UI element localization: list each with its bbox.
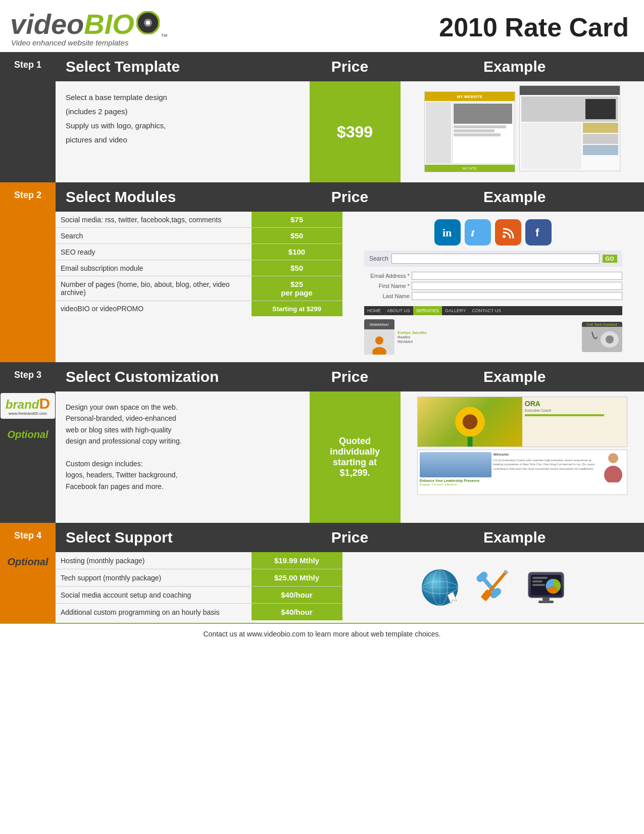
step3-section: Step 3 brandD www.thebrandID.com Optiona…: [0, 362, 644, 523]
svg-point-8: [372, 347, 386, 355]
logo-tagline: Video enhanced website templates: [11, 38, 168, 47]
table-row: SEO ready $100: [56, 244, 342, 260]
ora-divider: [525, 414, 605, 416]
step1-body-row: Select a base template design (includes …: [56, 81, 644, 182]
step3-desc-p1-l3: web or blog sites with high-quality: [66, 424, 300, 435]
go-button[interactable]: GO: [603, 255, 617, 263]
step3-price-text: Quoted individually starting at $1,299.: [330, 436, 380, 478]
step2-section: Step 2 Select Modules Price Example Soci…: [0, 182, 644, 362]
logo-video: video: [10, 8, 84, 40]
step3-example: ORA Executive Coach Enhance Your Leaders…: [401, 391, 645, 523]
step3-body-row: Design your own space on the web. Person…: [56, 391, 644, 523]
support-desc-2: Tech support (monthly package): [56, 569, 252, 586]
svg-text:f: f: [535, 226, 539, 239]
module-desc-4: Email subscription module: [56, 260, 252, 276]
globe-svg: [420, 567, 460, 608]
support-icons-row: [350, 560, 637, 615]
step3-price-line3: starting at: [330, 457, 380, 468]
step1-example: MY WEBSITE MY SITE: [401, 81, 645, 182]
nav-gallery: GALLERY: [442, 306, 469, 315]
step3-price-line1: Quoted: [330, 436, 380, 447]
mockup-title-1: MY WEBSITE: [457, 94, 482, 99]
support-desc-4: Additional custom programming on an hour…: [56, 604, 252, 621]
step3-price-line4: $1,299.: [330, 468, 380, 478]
brand-text: brand: [6, 398, 39, 411]
step3-col-price: Price: [305, 368, 395, 385]
ora-subtitle: Executive Coach: [525, 409, 624, 412]
step2-example: in 𝒕: [342, 212, 645, 362]
svg-point-12: [462, 414, 477, 429]
step1-desc-line2: (includes 2 pages): [66, 106, 300, 118]
email-field-row: Email Address *: [364, 272, 622, 280]
ps-sub: Engage. Connect. Influence: [420, 483, 491, 487]
step3-label-col: Step 3 brandD www.thebrandID.com Optiona…: [0, 362, 56, 523]
svg-rect-33: [542, 598, 550, 601]
brand-d-logo: brandD www.thebrandID.com: [1, 385, 55, 419]
sunflower-img: [418, 397, 522, 447]
svg-point-10: [606, 335, 614, 344]
support-price-2: $25.00 Mthly: [252, 569, 342, 586]
tools-icon-area: [470, 565, 516, 610]
brand-d-sub: www.thebrandID.com: [6, 411, 50, 416]
logo-area: video BIO ™ Video enhanced website templ…: [10, 8, 168, 47]
step3-desc-p2-l3: Facebook fan pages and more.: [66, 481, 300, 492]
email-label: Email Address *: [364, 273, 410, 279]
table-row: Social media: rss, twitter, facebook,tag…: [56, 212, 342, 228]
person-photo: [602, 452, 625, 493]
ps-welcome: Welcome: [493, 452, 600, 457]
table-row: Email subscription module $50: [56, 260, 342, 276]
table-row: Social media account setup and coaching …: [56, 586, 342, 604]
logo-bio: BIO: [84, 8, 134, 40]
brand-d-text: brandD: [6, 396, 50, 411]
rate-card-title: 2010 Rate Card: [439, 12, 629, 42]
svg-point-15: [604, 466, 622, 482]
svg-text:𝒕: 𝒕: [471, 227, 475, 238]
svg-rect-30: [532, 580, 542, 582]
step3-desc-p1-l4: design and professional copy writing.: [66, 435, 300, 447]
person-title: Realtor: [398, 335, 579, 339]
module-price-1: $75: [252, 212, 342, 228]
svg-point-7: [375, 336, 383, 345]
support-price-3: $40/hour: [252, 586, 342, 604]
step3-header-row: Select Customization Price Example: [56, 362, 644, 391]
module-price-6: Starting at $299: [252, 301, 342, 317]
logo-camera-icon: [136, 11, 160, 36]
footer-text: Contact us at www.videobio.com to learn …: [203, 630, 440, 638]
page-footer: Contact us at www.videobio.com to learn …: [0, 623, 644, 644]
svg-rect-13: [467, 436, 472, 447]
support-desc-3: Social media account setup and coaching: [56, 586, 252, 604]
support-desc-1: Hosting (monthly package): [56, 552, 252, 569]
table-row: Additional custom programming on an hour…: [56, 604, 342, 621]
step1-col-price: Price: [305, 58, 395, 75]
svg-text:in: in: [442, 226, 452, 239]
svg-point-14: [608, 453, 618, 463]
module-desc-1: Social media: rss, twitter, facebook,tag…: [56, 212, 252, 228]
nav-contact: CONTACT US: [469, 306, 504, 315]
tools-svg: [470, 565, 516, 610]
table-row: videoBIO or videoPROMO Starting at $299: [56, 301, 342, 317]
step4-optional-area: Optional: [7, 556, 48, 568]
table-row: Hosting (monthly package) $19.99 Mthly: [56, 552, 342, 569]
person-site-text: Enhance Your Leadership Presence Engage.…: [420, 478, 491, 487]
step1-desc-line4: pictures and video: [66, 134, 300, 146]
person-company: RE/MAX: [398, 339, 579, 344]
nav-services: SERVICES: [413, 306, 442, 315]
terminal-svg: [526, 570, 566, 605]
step1-label-col: Step 1: [0, 52, 56, 182]
step4-label-col: Step 4 Optional: [0, 523, 56, 623]
step1-desc: Select a base template design (includes …: [56, 81, 310, 182]
module-price-4: $50: [252, 260, 342, 276]
module-price-2: $50: [252, 228, 342, 244]
step3-optional-label: Optional: [7, 429, 48, 440]
svg-rect-34: [538, 601, 554, 603]
twitter-icon: 𝒕: [465, 219, 491, 246]
d-text: D: [39, 395, 51, 412]
support-price-4: $40/hour: [252, 604, 342, 621]
step3-col-example: Example: [395, 368, 634, 385]
step3-desc-p1-l2: Personal-branded, video-enhanced: [66, 413, 300, 424]
step3-desc-p2-l2: logos, headers, Twitter background,: [66, 469, 300, 480]
modules-table: Social media: rss, twitter, facebook,tag…: [56, 212, 342, 316]
firstname-field-row: First Name *: [364, 282, 622, 290]
nav-about: ABOUT US: [384, 306, 413, 315]
step1-header-row: Select Template Price Example: [56, 52, 644, 81]
